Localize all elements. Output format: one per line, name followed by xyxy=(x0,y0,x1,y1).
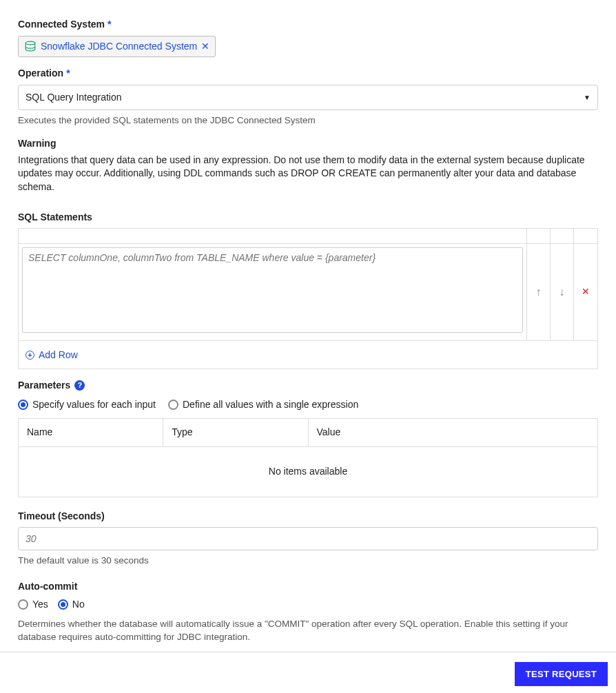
param-col-value: Value xyxy=(308,419,598,447)
timeout-helper: The default value is 30 seconds xyxy=(18,555,598,568)
parameters-empty-message: No items available xyxy=(18,447,598,497)
connected-system-field: Connected System * Snowflake JDBC Connec… xyxy=(18,18,598,57)
delete-row-button[interactable]: ✕ xyxy=(574,244,597,340)
timeout-input[interactable] xyxy=(18,527,598,550)
add-row-link[interactable]: + Add Row xyxy=(25,349,78,362)
param-col-type: Type xyxy=(163,419,308,447)
radio-define-input[interactable] xyxy=(168,400,178,410)
sql-statements-label: SQL Statements xyxy=(18,211,598,225)
parameters-label-text: Parameters xyxy=(18,379,70,393)
plus-circle-icon: + xyxy=(25,351,34,360)
autocommit-no-input[interactable] xyxy=(58,599,68,610)
sql-statements-table: ↑ ↓ ✕ + Add Row xyxy=(18,228,598,369)
radio-specify-label: Specify values for each input xyxy=(32,398,156,412)
sql-statement-textarea[interactable] xyxy=(22,247,523,333)
sql-statements-header-row xyxy=(19,229,597,244)
radio-define-label: Define all values with a single expressi… xyxy=(183,398,358,412)
autocommit-label: Auto-commit xyxy=(18,580,598,594)
connected-system-label-text: Connected System xyxy=(18,18,105,32)
parameters-label: Parameters ? xyxy=(18,379,598,393)
param-col-name: Name xyxy=(19,419,163,447)
parameters-radio-row: Specify values for each input Define all… xyxy=(18,398,598,412)
autocommit-yes-input[interactable] xyxy=(18,599,28,610)
autocommit-no[interactable]: No xyxy=(58,598,85,612)
arrow-up-icon: ↑ xyxy=(536,285,542,300)
test-request-button[interactable]: TEST REQUEST xyxy=(515,662,608,686)
parameters-radio-specify[interactable]: Specify values for each input xyxy=(18,398,156,412)
required-asterisk: * xyxy=(107,18,111,32)
required-asterisk: * xyxy=(66,67,70,81)
move-up-button[interactable]: ↑ xyxy=(527,244,551,340)
connected-system-chip[interactable]: Snowflake JDBC Connected System ✕ xyxy=(18,36,216,58)
add-row-label: Add Row xyxy=(39,349,78,362)
autocommit-yes[interactable]: Yes xyxy=(18,598,48,612)
connected-system-label: Connected System * xyxy=(18,18,598,32)
warning-title: Warning xyxy=(18,137,598,151)
add-row-container: + Add Row xyxy=(19,340,597,369)
autocommit-no-label: No xyxy=(72,598,85,612)
autocommit-yes-label: Yes xyxy=(32,598,48,612)
operation-helper: Executes the provided SQL statements on … xyxy=(18,114,598,127)
sql-statement-row: ↑ ↓ ✕ xyxy=(19,244,597,340)
warning-text: Integrations that query data can be used… xyxy=(18,154,590,194)
remove-chip-icon[interactable]: ✕ xyxy=(201,41,209,51)
parameters-radio-define[interactable]: Define all values with a single expressi… xyxy=(168,398,358,412)
operation-label: Operation * xyxy=(18,67,598,81)
database-icon xyxy=(24,41,37,52)
move-down-button[interactable]: ↓ xyxy=(551,244,574,340)
operation-select[interactable]: SQL Query Integration ▼ xyxy=(18,85,598,111)
footer: TEST REQUEST xyxy=(0,652,616,693)
operation-label-text: Operation xyxy=(18,67,63,81)
radio-specify-input[interactable] xyxy=(18,400,28,410)
timeout-label: Timeout (Seconds) xyxy=(18,510,598,524)
autocommit-helper: Determines whether the database will aut… xyxy=(18,618,590,644)
operation-field: Operation * SQL Query Integration ▼ Exec… xyxy=(18,67,598,127)
connected-system-chip-label: Snowflake JDBC Connected System xyxy=(41,40,197,54)
help-icon[interactable]: ? xyxy=(74,380,85,391)
arrow-down-icon: ↓ xyxy=(559,285,565,300)
autocommit-radio-row: Yes No xyxy=(18,598,598,612)
svg-point-0 xyxy=(25,41,35,45)
parameters-table: Name Type Value xyxy=(18,418,598,447)
delete-icon: ✕ xyxy=(582,285,590,299)
operation-select-value: SQL Query Integration xyxy=(25,91,122,105)
caret-down-icon: ▼ xyxy=(584,93,591,103)
